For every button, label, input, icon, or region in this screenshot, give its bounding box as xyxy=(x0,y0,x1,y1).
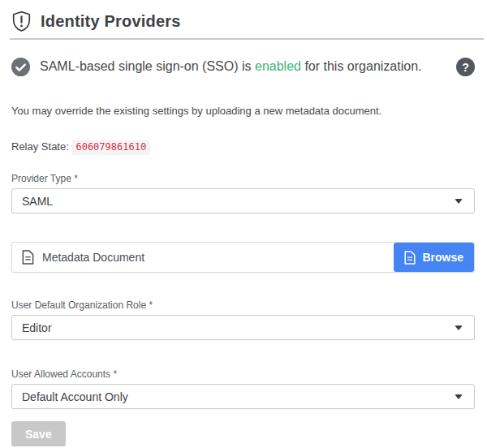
caret-down-icon xyxy=(455,325,463,330)
save-button[interactable]: Save xyxy=(11,421,66,446)
sso-status-after: for this organization. xyxy=(301,59,422,73)
page-title: Identity Providers xyxy=(41,12,181,31)
metadata-upload-row: Metadata Document Browse xyxy=(11,242,475,273)
browse-button-label: Browse xyxy=(422,251,463,264)
provider-type-field: Provider Type * SAML xyxy=(11,173,475,213)
provider-type-label: Provider Type * xyxy=(11,173,475,184)
override-description: You may override the existing settings b… xyxy=(11,105,475,117)
metadata-file-label: Metadata Document xyxy=(42,251,144,264)
default-role-select[interactable]: Editor xyxy=(11,315,475,340)
metadata-file-input[interactable]: Metadata Document xyxy=(12,243,394,272)
provider-type-value: SAML xyxy=(22,195,53,208)
help-icon[interactable]: ? xyxy=(456,58,475,76)
relay-state-row: Relay State: 606079861610 xyxy=(11,140,475,153)
shield-alert-icon xyxy=(11,11,32,32)
header-divider xyxy=(10,38,484,40)
default-role-value: Editor xyxy=(22,321,52,334)
caret-down-icon xyxy=(455,394,463,399)
svg-text:?: ? xyxy=(462,61,469,74)
caret-down-icon xyxy=(455,199,463,204)
allowed-accounts-value: Default Account Only xyxy=(22,390,128,403)
sso-status-text: SAML-based single sign-on (SSO) is enabl… xyxy=(40,58,446,75)
relay-state-value: 606079861610 xyxy=(71,140,150,155)
default-role-label: User Default Organization Role * xyxy=(11,299,475,311)
check-circle-icon xyxy=(11,58,30,76)
provider-type-select[interactable]: SAML xyxy=(11,188,475,213)
browse-document-icon xyxy=(404,251,416,265)
sso-status-enabled: enabled xyxy=(255,59,301,73)
allowed-accounts-field: User Allowed Accounts * Default Account … xyxy=(11,368,475,409)
default-role-field: User Default Organization Role * Editor xyxy=(11,299,475,340)
document-icon xyxy=(22,250,34,265)
browse-button[interactable]: Browse xyxy=(394,243,474,272)
allowed-accounts-label: User Allowed Accounts * xyxy=(11,368,475,380)
page-header: Identity Providers xyxy=(0,0,487,38)
relay-state-label: Relay State: xyxy=(11,140,71,153)
identity-providers-panel: SAML-based single sign-on (SSO) is enabl… xyxy=(0,58,487,446)
sso-status-before: SAML-based single sign-on (SSO) is xyxy=(40,59,255,73)
allowed-accounts-select[interactable]: Default Account Only xyxy=(11,384,475,409)
sso-status-row: SAML-based single sign-on (SSO) is enabl… xyxy=(11,58,475,76)
